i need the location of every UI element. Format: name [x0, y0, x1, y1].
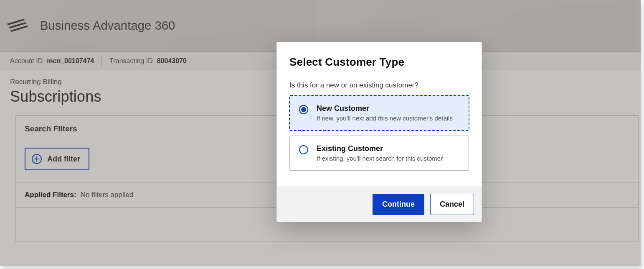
option-new-customer[interactable]: New Customer If new, you'll next add thi…: [289, 95, 469, 131]
select-customer-type-modal: Select Customer Type Is this for a new o…: [276, 42, 482, 222]
cancel-button[interactable]: Cancel: [430, 194, 474, 215]
modal-footer: Continue Cancel: [277, 187, 482, 222]
radio-icon: [299, 105, 308, 114]
option-title: New Customer: [317, 104, 453, 113]
option-title: Existing Customer: [317, 144, 443, 153]
modal-question: Is this for a new or an existing custome…: [289, 81, 469, 90]
continue-button[interactable]: Continue: [373, 194, 424, 215]
radio-icon: [299, 145, 308, 154]
option-subtitle: If existing, you'll next search for this…: [317, 155, 443, 162]
option-existing-customer[interactable]: Existing Customer If existing, you'll ne…: [289, 136, 469, 171]
option-subtitle: If new, you'll next add this new custome…: [317, 115, 453, 122]
modal-title: Select Customer Type: [289, 56, 469, 69]
